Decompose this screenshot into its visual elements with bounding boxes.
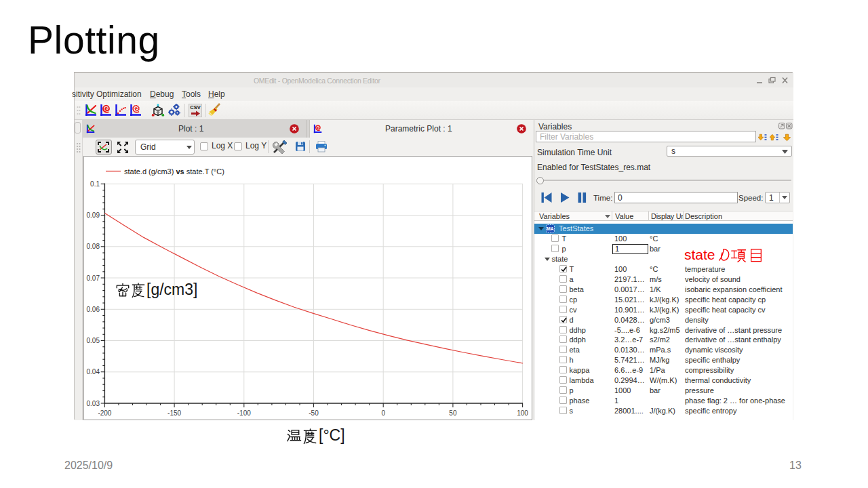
svg-text:0.03: 0.03: [87, 400, 100, 407]
svg-text:-200: -200: [98, 409, 111, 417]
svg-text:-150: -150: [167, 409, 181, 417]
svg-text:-50: -50: [309, 409, 319, 417]
svg-text:0.09: 0.09: [87, 211, 100, 219]
svg-text:0.07: 0.07: [87, 274, 100, 282]
svg-text:0: 0: [381, 409, 385, 417]
svg-text:0.05: 0.05: [87, 337, 100, 344]
svg-text:CSV: CSV: [190, 104, 200, 110]
svg-text:0.08: 0.08: [87, 243, 100, 250]
svg-text:state.d (g/cm3) vs state.T (°C: state.d (g/cm3) vs state.T (°C): [124, 167, 224, 176]
svg-text:-100: -100: [237, 409, 251, 417]
svg-text:100: 100: [517, 409, 528, 417]
svg-text:MA: MA: [547, 226, 553, 231]
svg-text:50: 50: [449, 409, 457, 417]
svg-text:0.06: 0.06: [87, 306, 100, 313]
svg-text:0.04: 0.04: [87, 368, 100, 375]
svg-text:0.1: 0.1: [90, 180, 100, 188]
